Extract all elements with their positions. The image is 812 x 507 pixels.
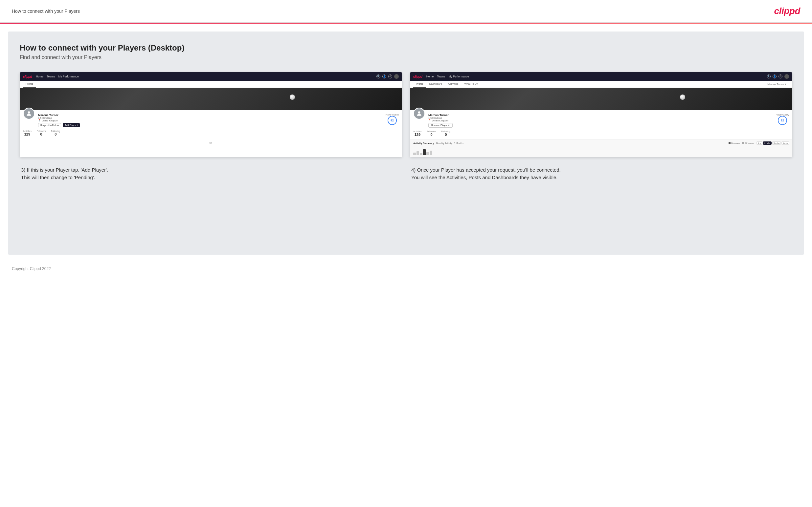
left-user-icon[interactable]: 👤 (383, 74, 386, 78)
right-quality-block: Player Quality 92 (776, 114, 789, 125)
right-avatar (413, 108, 425, 119)
left-stat-followers: Followers 0 (37, 130, 46, 136)
right-nav-teams[interactable]: Teams (437, 75, 445, 78)
right-following-label: Following (441, 130, 450, 132)
description-left: 3) If this is your Player tap, 'Add Play… (20, 166, 402, 181)
time-6mths-button[interactable]: 6 mths (763, 142, 772, 145)
left-divider: ✏ (20, 139, 402, 147)
chart-bar-1 (413, 153, 416, 155)
activity-summary: Activity Summary Monthly Activity · 6 Mo… (410, 139, 792, 157)
on-course-dot (728, 142, 730, 144)
left-player-details: Marcus Turner 1-5 Handicap 📍 United King… (38, 113, 383, 127)
right-nav-links: Home Teams My Performance (426, 75, 469, 78)
chart-bar-2 (416, 151, 419, 155)
top-bar: How to connect with your Players clippd (0, 0, 812, 23)
activity-controls: On course Off course 1 yr 6 mths 3 (728, 142, 789, 145)
svg-point-1 (418, 111, 420, 114)
left-nav-home[interactable]: Home (36, 75, 44, 78)
time-period-buttons: 1 yr 6 mths 3 mths 1 mth (757, 142, 789, 145)
request-to-follow-button[interactable]: Request to Follow (38, 123, 61, 127)
left-search-icon[interactable]: 🔍 (376, 74, 380, 78)
right-stat-followers: Followers 0 (427, 130, 436, 136)
left-activities-value: 129 (24, 132, 30, 136)
left-player-location: 📍 United Kingdom (38, 119, 383, 122)
left-nav-icons: 🔍 👤 ⚙ (376, 74, 399, 79)
right-player-details: Marcus Turner 1-5 Handicap 📍 United King… (428, 113, 773, 128)
screenshots-row: clippd Home Teams My Performance 🔍 👤 ⚙ (20, 72, 792, 157)
right-player-buttons: Remove Player ✕ (428, 123, 773, 128)
legend-off-course: Off course (742, 142, 754, 144)
time-1yr-button[interactable]: 1 yr (757, 142, 762, 145)
right-tab-what-to-on[interactable]: What To On (461, 81, 480, 88)
activity-header: Activity Summary Monthly Activity · 6 Mo… (413, 142, 789, 145)
right-settings-icon[interactable]: ⚙ (778, 74, 782, 78)
right-search-icon[interactable]: 🔍 (767, 74, 771, 78)
mock-browser-right: clippd Home Teams My Performance 🔍 👤 ⚙ (410, 72, 792, 157)
left-avatar-icon[interactable] (394, 74, 399, 79)
mock-browser-left: clippd Home Teams My Performance 🔍 👤 ⚙ (20, 72, 402, 147)
right-nav: clippd Home Teams My Performance 🔍 👤 ⚙ (410, 72, 792, 81)
right-hero-ball (680, 95, 685, 100)
on-course-label: On course (731, 142, 741, 144)
left-hero-ball (290, 95, 295, 100)
left-avatar-svg (26, 110, 32, 117)
main-content: How to connect with your Players (Deskto… (8, 32, 804, 255)
left-player-buttons: Request to Follow Add Player + (38, 123, 383, 127)
description-right: 4) Once your Player has accepted your re… (410, 166, 792, 181)
right-tab-profile[interactable]: Profile (413, 81, 426, 88)
right-following-value: 0 (445, 132, 447, 136)
left-quality-circle: 92 (388, 116, 397, 125)
description-right-text: 4) Once your Player has accepted your re… (411, 166, 791, 181)
left-stat-activities: Activities 129 (23, 130, 32, 136)
right-avatar-svg (416, 110, 422, 117)
left-tab-profile[interactable]: Profile (23, 81, 36, 88)
left-following-label: Following (51, 130, 60, 132)
right-followers-label: Followers (427, 130, 436, 132)
left-nav-performance[interactable]: My Performance (58, 75, 79, 78)
right-hero-image (410, 88, 792, 110)
chart-bar-6 (429, 151, 432, 155)
chart-bar-5 (426, 152, 429, 155)
left-settings-icon[interactable]: ⚙ (388, 74, 392, 78)
page-subheading: Find and connect with your Players (20, 54, 792, 60)
add-player-button[interactable]: Add Player + (63, 123, 80, 127)
left-tabs: Profile (20, 81, 402, 88)
left-nav: clippd Home Teams My Performance 🔍 👤 ⚙ (20, 72, 402, 81)
off-course-label: Off course (745, 142, 754, 144)
clippd-logo: clippd (774, 6, 800, 16)
left-quality-label: Player Quality (386, 114, 399, 116)
svg-point-0 (28, 111, 30, 114)
right-user-icon[interactable]: 👤 (773, 74, 776, 78)
left-nav-teams[interactable]: Teams (47, 75, 55, 78)
left-followers-value: 0 (40, 132, 42, 136)
right-quality-circle: 92 (778, 116, 787, 125)
time-3mths-button[interactable]: 3 mths (772, 142, 781, 145)
right-profile-section: Marcus Turner 1-5 Handicap 📍 United King… (410, 110, 792, 130)
right-nav-home[interactable]: Home (426, 75, 434, 78)
right-nav-performance[interactable]: My Performance (448, 75, 469, 78)
footer-copyright: Copyright Clippd 2022 (12, 267, 51, 271)
right-tab-activities[interactable]: Activities (445, 81, 461, 88)
right-player-dropdown[interactable]: Marcus Turner ▾ (765, 81, 789, 88)
left-avatar (23, 108, 35, 119)
right-player-name: Marcus Turner (428, 114, 773, 117)
screenshot-left: clippd Home Teams My Performance 🔍 👤 ⚙ (20, 72, 402, 157)
right-activities-label: Activities (413, 130, 422, 132)
descriptions-row: 3) If this is your Player tap, 'Add Play… (20, 166, 792, 181)
left-player-handicap: 1-5 Handicap (38, 117, 383, 119)
activity-chart (413, 146, 789, 155)
off-course-dot (742, 142, 744, 144)
right-tab-dashboard[interactable]: Dashboard (427, 81, 445, 88)
remove-player-button[interactable]: Remove Player ✕ (428, 123, 453, 128)
right-avatar-icon[interactable] (784, 74, 789, 79)
right-nav-logo: clippd (413, 75, 422, 78)
left-profile-section: Marcus Turner 1-5 Handicap 📍 United King… (20, 110, 402, 130)
activity-legend: On course Off course (728, 142, 754, 144)
time-1mth-button[interactable]: 1 mth (781, 142, 789, 145)
right-stat-following: Following 0 (441, 130, 450, 136)
right-stat-activities: Activities 129 (413, 130, 422, 136)
chart-bar-3 (420, 153, 422, 155)
location-pin-icon: 📍 (38, 119, 41, 122)
left-stat-following: Following 0 (51, 130, 60, 136)
pen-icon: ✏ (209, 141, 212, 146)
